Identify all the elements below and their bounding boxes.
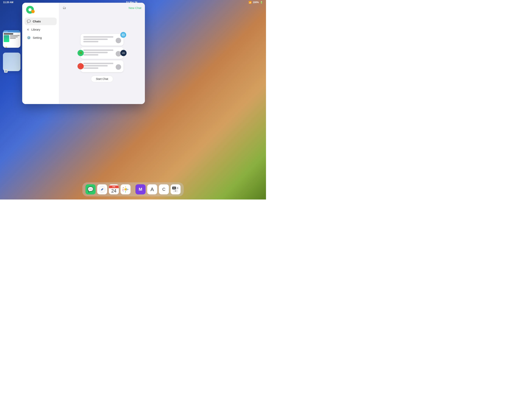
svg-rect-15 xyxy=(122,190,124,191)
card1-line3 xyxy=(83,41,98,42)
app-window: 💬 Chats ⚟ Library ⚙️ Setting 🗂 New Chat xyxy=(22,3,145,104)
dock-icon-mondly[interactable]: M xyxy=(136,184,146,194)
card3-line2 xyxy=(83,65,108,66)
dock-divider xyxy=(133,185,133,194)
mondly-icon: M xyxy=(139,187,142,192)
status-bar: 11:20 AM Fri Mar 24 📶 100% 🔋 xyxy=(0,0,266,5)
chats-icon: 💬 xyxy=(27,19,31,23)
archive-icon[interactable]: 🗂 xyxy=(63,6,66,10)
sidebar-item-setting[interactable]: ⚙️ Setting xyxy=(25,34,57,41)
card3-line1 xyxy=(83,63,113,64)
status-date: Fri Mar 24 xyxy=(126,1,137,4)
sidebar: 💬 Chats ⚟ Library ⚙️ Setting xyxy=(22,3,59,104)
setting-icon: ⚙️ xyxy=(27,36,31,39)
svg-rect-12 xyxy=(122,189,124,190)
sidebar-chats-label: Chats xyxy=(33,20,41,23)
photos-icon xyxy=(122,186,129,193)
svg-rect-2 xyxy=(122,35,124,35)
calendar-day-name: FRI xyxy=(109,186,119,188)
battery-level: 100% xyxy=(253,1,259,4)
dock-icon-font-app[interactable]: A xyxy=(147,184,157,194)
ns-app-icon: NS A xyxy=(172,187,179,189)
app-logo-inner xyxy=(28,8,32,11)
sidebar-item-library[interactable]: ⚟ Library xyxy=(25,26,57,33)
badge-green: 🌿 xyxy=(77,50,84,56)
messages-icon: 💬 xyxy=(88,187,94,193)
bg-app-empty[interactable]: ⚙️ xyxy=(3,53,20,71)
new-chat-button[interactable]: New Chat xyxy=(128,6,141,10)
sidebar-library-label: Library xyxy=(31,28,40,31)
card2-line3 xyxy=(83,54,98,56)
chat-cards: 🌿 </> ❤️ xyxy=(81,34,123,72)
chat-illustration: 🌿 </> ❤️ xyxy=(59,12,145,104)
bg-app-safari[interactable]: Readlyn 🧭 xyxy=(3,30,20,48)
card1-line1 xyxy=(83,36,113,38)
app-logo xyxy=(26,6,34,14)
chat-card-1 xyxy=(81,34,123,45)
svg-rect-11 xyxy=(125,191,126,193)
chat-card-3: ❤️ xyxy=(81,60,123,72)
dock-icon-calendar[interactable]: FRI 24 xyxy=(109,184,119,194)
battery-icon: 🔋 xyxy=(260,1,263,4)
card1-line2 xyxy=(83,39,108,40)
badge-dark: </> xyxy=(120,50,127,56)
svg-rect-14 xyxy=(123,187,124,188)
svg-rect-10 xyxy=(125,186,126,188)
dock-icon-messages[interactable]: 💬 xyxy=(85,184,96,194)
dock-icon-c-app[interactable]: C xyxy=(159,184,169,194)
calendar-day-number: 24 xyxy=(111,188,116,193)
card3-line3 xyxy=(83,67,98,69)
font-app-icon: A xyxy=(151,187,154,193)
library-icon: ⚟ xyxy=(27,28,29,31)
sidebar-item-chats[interactable]: 💬 Chats xyxy=(25,18,57,25)
safari-icon xyxy=(99,186,106,193)
card2-line1 xyxy=(83,50,113,51)
dock: 💬 FRI 24 M xyxy=(82,182,184,196)
badge-red: ❤️ xyxy=(77,63,84,69)
dock-icon-ns-app[interactable]: NS A C xyxy=(171,184,181,194)
dock-icon-safari[interactable] xyxy=(97,184,107,194)
badge-blue xyxy=(120,32,126,38)
wifi-icon: 📶 xyxy=(248,1,252,4)
status-time-date: 11:20 AM xyxy=(3,1,13,4)
svg-rect-1 xyxy=(122,34,123,35)
dock-icon-photos[interactable] xyxy=(120,184,131,194)
svg-point-9 xyxy=(124,188,127,191)
chat-card-2: 🌿 </> xyxy=(81,47,123,59)
card1-avatar xyxy=(116,38,121,43)
start-chat-button[interactable]: Start Chat xyxy=(91,76,113,82)
sidebar-setting-label: Setting xyxy=(33,36,42,39)
c-app-icon: C xyxy=(162,187,165,192)
main-content: 🗂 New Chat xyxy=(59,3,145,104)
card2-line2 xyxy=(83,52,108,53)
card3-avatar xyxy=(116,64,121,70)
